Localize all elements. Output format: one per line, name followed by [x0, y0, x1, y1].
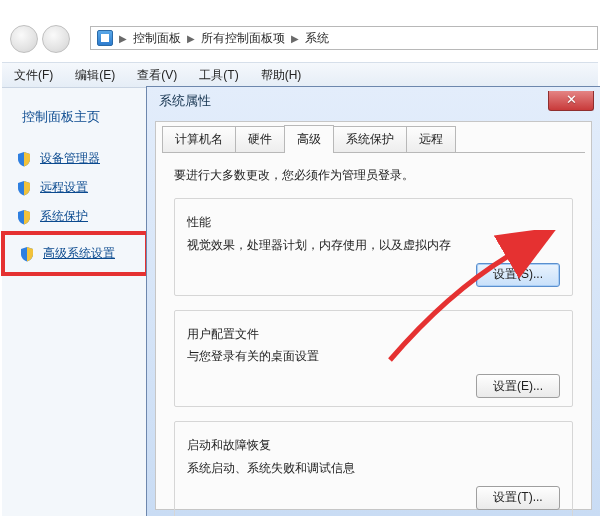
dialog-body: 计算机名 硬件 高级 系统保护 远程 要进行大多数更改，您必须作为管理员登录。 …	[155, 121, 592, 510]
nav-back-button[interactable]	[10, 25, 38, 53]
settings-performance-button[interactable]: 设置(S)...	[476, 263, 560, 287]
settings-startup-button[interactable]: 设置(T)...	[476, 486, 560, 510]
tab-advanced[interactable]: 高级	[284, 125, 334, 153]
highlight-annotation: 高级系统设置	[1, 231, 149, 276]
nav-buttons	[10, 25, 70, 53]
group-user-profile: 用户配置文件 与您登录有关的桌面设置 设置(E)...	[174, 310, 573, 408]
nav-forward-button[interactable]	[42, 25, 70, 53]
sidebar-item-label: 高级系统设置	[43, 245, 115, 262]
chevron-right-icon: ▶	[119, 33, 127, 44]
dialog-title: 系统属性	[159, 92, 548, 110]
close-button[interactable]: ✕	[548, 91, 594, 111]
breadcrumb-item[interactable]: 控制面板	[133, 30, 181, 47]
breadcrumb-item[interactable]: 系统	[305, 30, 329, 47]
sidebar-item-label: 系统保护	[40, 208, 88, 225]
group-desc: 视觉效果，处理器计划，内存使用，以及虚拟内存	[187, 234, 560, 257]
system-properties-dialog: 系统属性 ✕ 计算机名 硬件 高级 系统保护 远程 要进行大多数更改，您必须作为…	[146, 86, 600, 516]
menu-tools[interactable]: 工具(T)	[199, 67, 238, 84]
group-performance: 性能 视觉效果，处理器计划，内存使用，以及虚拟内存 设置(S)...	[174, 198, 573, 296]
group-desc: 与您登录有关的桌面设置	[187, 345, 560, 368]
group-desc: 系统启动、系统失败和调试信息	[187, 457, 560, 480]
tab-strip: 计算机名 硬件 高级 系统保护 远程	[156, 122, 591, 152]
admin-note: 要进行大多数更改，您必须作为管理员登录。	[174, 167, 573, 184]
menu-view[interactable]: 查看(V)	[137, 67, 177, 84]
menu-bar: 文件(F) 编辑(E) 查看(V) 工具(T) 帮助(H)	[2, 62, 598, 88]
sidebar-title: 控制面板主页	[2, 98, 148, 144]
tab-protection[interactable]: 系统保护	[333, 126, 407, 152]
sidebar-item-label: 远程设置	[40, 179, 88, 196]
menu-edit[interactable]: 编辑(E)	[75, 67, 115, 84]
tab-hardware[interactable]: 硬件	[235, 126, 285, 152]
sidebar: 控制面板主页 设备管理器 远程设置 系统保护 高级系统设置	[2, 88, 148, 516]
breadcrumb[interactable]: ▶ 控制面板 ▶ 所有控制面板项 ▶ 系统	[90, 26, 598, 50]
sidebar-item-remote[interactable]: 远程设置	[2, 173, 148, 202]
group-startup: 启动和故障恢复 系统启动、系统失败和调试信息 设置(T)...	[174, 421, 573, 516]
control-panel-icon	[97, 30, 113, 46]
menu-file[interactable]: 文件(F)	[14, 67, 53, 84]
tab-content-advanced: 要进行大多数更改，您必须作为管理员登录。 性能 视觉效果，处理器计划，内存使用，…	[156, 153, 591, 516]
sidebar-item-device-manager[interactable]: 设备管理器	[2, 144, 148, 173]
settings-profile-button[interactable]: 设置(E)...	[476, 374, 560, 398]
tab-remote[interactable]: 远程	[406, 126, 456, 152]
chevron-right-icon: ▶	[291, 33, 299, 44]
tab-computer-name[interactable]: 计算机名	[162, 126, 236, 152]
shield-icon	[16, 180, 32, 196]
breadcrumb-item[interactable]: 所有控制面板项	[201, 30, 285, 47]
sidebar-item-label: 设备管理器	[40, 150, 100, 167]
shield-icon	[16, 209, 32, 225]
shield-icon	[19, 246, 35, 262]
sidebar-item-advanced[interactable]: 高级系统设置	[5, 239, 145, 268]
chevron-right-icon: ▶	[187, 33, 195, 44]
group-title: 启动和故障恢复	[187, 434, 560, 457]
shield-icon	[16, 151, 32, 167]
menu-help[interactable]: 帮助(H)	[261, 67, 302, 84]
sidebar-item-protection[interactable]: 系统保护	[2, 202, 148, 231]
group-title: 性能	[187, 211, 560, 234]
group-title: 用户配置文件	[187, 323, 560, 346]
